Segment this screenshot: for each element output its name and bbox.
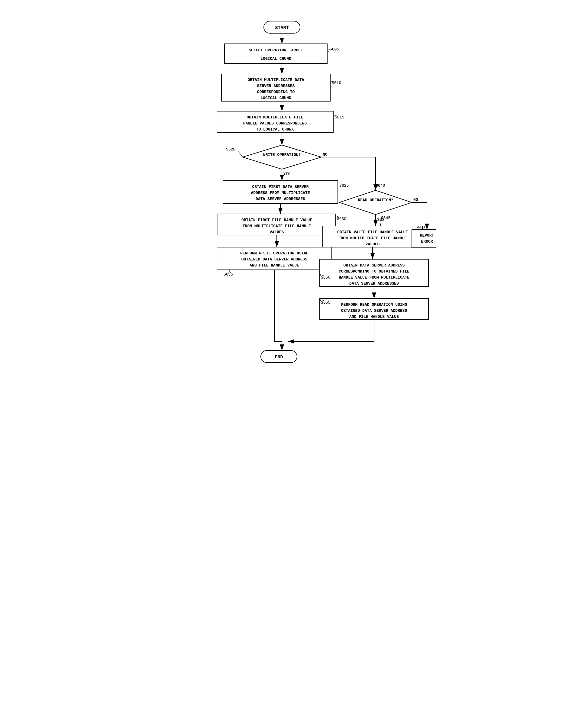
svg-text:ADDRESS FROM MULTIPLICATE: ADDRESS FROM MULTIPLICATE xyxy=(251,191,310,195)
s605-node: SELECT OPERATION TARGET LOGICAL CHUNK xyxy=(225,44,327,63)
s635-label: S635 xyxy=(224,272,233,277)
svg-text:OBTAIN VALID FILE HANDLE VALUE: OBTAIN VALID FILE HANDLE VALUE xyxy=(337,230,408,234)
svg-text:AND FILE HANDLE VALUE: AND FILE HANDLE VALUE xyxy=(349,315,399,319)
svg-text:ERROR: ERROR xyxy=(421,239,433,244)
s655-tilde: ~ xyxy=(321,298,324,303)
s640-no: NO xyxy=(413,197,418,202)
svg-marker-14 xyxy=(243,145,321,169)
s625-tilde: ~ xyxy=(339,181,341,186)
s630-node: OBTAIN FIRST FILE HANDLE VALUE FROM MULT… xyxy=(218,214,336,235)
s620-diamond: WRITE OPERATION? xyxy=(243,145,321,169)
s645-label: S645 xyxy=(381,216,391,220)
svg-text:CORRESPONDING TO: CORRESPONDING TO xyxy=(257,90,295,94)
s650-node: OBTAIN DATA SERVER ADDRESS CORRESPONDING… xyxy=(320,259,428,287)
svg-text:OBTAIN MULTIPLICATE FILE: OBTAIN MULTIPLICATE FILE xyxy=(247,115,303,120)
svg-text:FROM MULTIPLICATE FILE HANDLE: FROM MULTIPLICATE FILE HANDLE xyxy=(338,236,407,240)
svg-text:OBTAIN DATA SERVER ADDRESS: OBTAIN DATA SERVER ADDRESS xyxy=(343,263,405,268)
s650-tilde: ~ xyxy=(321,273,324,278)
s640-diamond: READ OPERATION? xyxy=(339,190,412,214)
s610-tilde: ~ xyxy=(331,80,334,84)
svg-text:REPORT: REPORT xyxy=(420,233,434,238)
svg-text:READ OPERATION?: READ OPERATION? xyxy=(358,198,393,203)
diagram-container: START SELECT OPERATION TARGET LOGICAL CH… xyxy=(158,6,430,538)
svg-text:PERFORM WRITE OPERATION USING: PERFORM WRITE OPERATION USING xyxy=(240,251,309,256)
s620-label-line xyxy=(238,151,243,156)
s630-tilde: ~ xyxy=(337,214,339,219)
flowchart-svg: START SELECT OPERATION TARGET LOGICAL CH… xyxy=(164,15,436,529)
s620-no: NO xyxy=(323,152,328,157)
end-node: END xyxy=(261,351,297,363)
svg-text:HANDLE VALUES CORRESPONDING: HANDLE VALUES CORRESPONDING xyxy=(243,121,307,126)
s660-node: REPORT ERROR xyxy=(412,230,436,248)
end-label: END xyxy=(275,355,283,360)
s605-line2: LOGICAL CHUNK xyxy=(260,57,291,61)
s615-node: OBTAIN MULTIPLICATE FILE HANDLE VALUES C… xyxy=(217,111,333,132)
svg-text:DATA SERVER ADDRESSES: DATA SERVER ADDRESSES xyxy=(256,197,305,201)
s660-tilde: ~ xyxy=(416,225,418,230)
svg-text:OBTAIN FIRST FILE HANDLE VALUE: OBTAIN FIRST FILE HANDLE VALUE xyxy=(241,218,312,223)
s605-line1: SELECT OPERATION TARGET xyxy=(249,48,303,52)
svg-text:HANDLE VALUE FROM MULTIPLICATE: HANDLE VALUE FROM MULTIPLICATE xyxy=(339,275,410,280)
svg-text:AND FILE HANDLE VALUE: AND FILE HANDLE VALUE xyxy=(250,263,299,268)
svg-text:FROM MULTIPLICATE FILE HANDLE: FROM MULTIPLICATE FILE HANDLE xyxy=(243,224,311,228)
svg-text:DATA SERVER ADDRESSES: DATA SERVER ADDRESSES xyxy=(349,281,399,286)
svg-marker-20 xyxy=(339,190,412,214)
svg-text:TO LOGICAL CHUNK: TO LOGICAL CHUNK xyxy=(256,127,294,132)
s645-node: OBTAIN VALID FILE HANDLE VALUE FROM MULT… xyxy=(323,226,422,247)
arrow-s655-merge xyxy=(288,320,374,341)
svg-rect-30 xyxy=(412,230,436,248)
s610-node: OBTAIN MULTIPLICATE DATA SERVER ADDRESSE… xyxy=(222,74,330,101)
s635-node: PERFORM WRITE OPERATION USING OBTAINED D… xyxy=(217,247,332,270)
s620-yes: YES xyxy=(284,172,291,176)
svg-text:VALUES: VALUES xyxy=(365,242,380,247)
s640-tilde: ~ xyxy=(376,183,378,188)
svg-text:OBTAIN FIRST DATA SERVER: OBTAIN FIRST DATA SERVER xyxy=(252,185,309,189)
svg-text:OBTAINED DATA SERVER ADDRESS: OBTAINED DATA SERVER ADDRESS xyxy=(241,257,308,262)
svg-text:WRITE OPERATION?: WRITE OPERATION? xyxy=(263,153,301,157)
svg-text:LOGICAL CHUNK: LOGICAL CHUNK xyxy=(260,96,291,100)
s615-tilde: ~ xyxy=(334,113,337,118)
svg-text:OBTAIN MULTIPLICATE DATA: OBTAIN MULTIPLICATE DATA xyxy=(248,78,304,82)
s605-label: S605 xyxy=(330,47,339,52)
svg-text:SERVER ADDRESSES: SERVER ADDRESSES xyxy=(257,84,295,88)
s605-tilde: ~ xyxy=(328,47,331,52)
s635-tilde: ~ xyxy=(229,270,231,275)
svg-text:OBTAINED DATA SERVER ADDRESS: OBTAINED DATA SERVER ADDRESS xyxy=(341,309,407,313)
svg-text:CORRESPONDING TO OBTAINED FILE: CORRESPONDING TO OBTAINED FILE xyxy=(339,269,410,274)
s655-node: PERFORM READ OPERATION USING OBTAINED DA… xyxy=(320,298,428,320)
svg-text:VALUES: VALUES xyxy=(270,230,284,234)
s625-node: OBTAIN FIRST DATA SERVER ADDRESS FROM MU… xyxy=(223,181,338,203)
start-label: START xyxy=(275,25,289,30)
start-node: START xyxy=(264,21,300,33)
svg-text:PERFORM READ OPERATION USING: PERFORM READ OPERATION USING xyxy=(341,302,407,307)
